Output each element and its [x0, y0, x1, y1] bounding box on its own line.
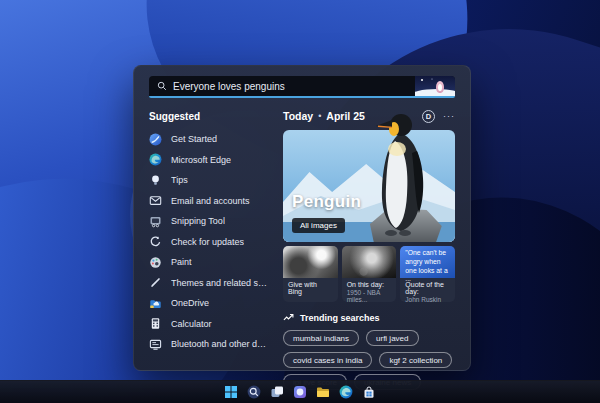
sidebar-item-label: Themes and related settings: [171, 278, 269, 288]
sidebar-item-label: Tips: [171, 175, 188, 185]
widgets-icon: [293, 385, 307, 399]
penguin-decor: [436, 81, 444, 93]
sidebar-item-label: Microsoft Edge: [171, 155, 231, 165]
card-subtitle: 1950 - NBA miles...: [342, 288, 397, 302]
taskbar: [0, 380, 600, 403]
themes-icon: [149, 276, 162, 289]
trending-pill[interactable]: mumbai indians: [283, 330, 359, 346]
sidebar-item-tips[interactable]: Tips: [149, 173, 269, 187]
taskbar-search-button[interactable]: [246, 384, 263, 401]
penguin-illustration: [361, 111, 433, 242]
today-cards: Give with Bing On this day: 1950 - NBA m…: [283, 246, 455, 302]
taskbar-search-icon: [247, 385, 261, 399]
file-explorer-icon: [316, 385, 330, 399]
sidebar-item-get-started[interactable]: Get Started: [149, 132, 269, 146]
trending-pill[interactable]: urfi javed: [366, 330, 418, 346]
paint-icon: [149, 256, 162, 269]
store-button[interactable]: [361, 384, 378, 401]
suggested-title: Suggested: [149, 111, 269, 122]
search-flyout: Suggested Get Started Microso: [133, 65, 471, 371]
sidebar-item-label: Check for updates: [171, 237, 244, 247]
update-icon: [149, 235, 162, 248]
on-this-day-image: [342, 246, 397, 278]
calculator-icon: [149, 317, 162, 330]
sidebar-item-email-accounts[interactable]: Email and accounts: [149, 194, 269, 208]
sidebar-item-check-updates[interactable]: Check for updates: [149, 235, 269, 249]
card-quote-of-the-day[interactable]: "One can't be angry when one looks at a …: [400, 246, 455, 302]
store-icon: [362, 385, 376, 399]
sidebar-item-themes-settings[interactable]: Themes and related settings: [149, 276, 269, 290]
sidebar-item-label: Email and accounts: [171, 196, 250, 206]
card-give-with-bing[interactable]: Give with Bing: [283, 246, 338, 302]
quote-text: "One can't be angry when one looks at a …: [400, 246, 455, 278]
sidebar-item-label: Bluetooth and other devices sett...: [171, 339, 269, 349]
sidebar-item-label: Paint: [171, 257, 192, 267]
card-on-this-day[interactable]: On this day: 1950 - NBA miles...: [342, 246, 397, 302]
onedrive-icon: [149, 297, 162, 310]
trending-section: Trending searches mumbai indians urfi ja…: [283, 312, 455, 390]
hero-title: Penguin: [292, 192, 361, 212]
windows-start-icon: [224, 385, 238, 399]
tips-icon: [149, 174, 162, 187]
trending-icon: [283, 312, 294, 323]
sidebar-item-snipping-tool[interactable]: Snipping Tool: [149, 214, 269, 228]
hero-card-penguin[interactable]: Penguin All images: [283, 130, 455, 242]
give-with-bing-image: [283, 246, 338, 278]
sidebar-item-calculator[interactable]: Calculator: [149, 317, 269, 331]
trending-pill[interactable]: covid cases in india: [283, 352, 372, 368]
sidebar-item-label: Get Started: [171, 134, 217, 144]
today-separator: •: [318, 111, 321, 121]
edge-taskbar-icon: [339, 385, 353, 399]
start-button[interactable]: [223, 384, 240, 401]
file-explorer-button[interactable]: [315, 384, 332, 401]
stars-decor: [421, 79, 423, 81]
sidebar-item-microsoft-edge[interactable]: Microsoft Edge: [149, 153, 269, 167]
search-penguin-illustration: [415, 76, 455, 96]
snipping-tool-icon: [149, 215, 162, 228]
sidebar-item-paint[interactable]: Paint: [149, 255, 269, 269]
search-icon: [157, 81, 167, 91]
sidebar-item-bluetooth-devices[interactable]: Bluetooth and other devices sett...: [149, 337, 269, 351]
edge-button[interactable]: [338, 384, 355, 401]
today-label: Today: [283, 110, 313, 122]
today-section: Today • April 25 D ···: [283, 108, 455, 390]
desktop: Suggested Get Started Microso: [0, 0, 600, 403]
widgets-button[interactable]: [292, 384, 309, 401]
card-subtitle: John Ruskin: [400, 295, 455, 302]
task-view-button[interactable]: [269, 384, 286, 401]
card-title: On this day:: [342, 278, 397, 288]
more-options-icon[interactable]: ···: [443, 112, 455, 121]
task-view-icon: [270, 385, 284, 399]
search-input[interactable]: [173, 81, 455, 92]
card-title: Give with Bing: [283, 278, 338, 295]
search-bar[interactable]: [149, 76, 455, 98]
trending-pill[interactable]: kgf 2 collection: [379, 352, 452, 368]
all-images-button[interactable]: All images: [292, 218, 345, 233]
today-date: April 25: [326, 110, 365, 122]
snow-decor: [415, 89, 455, 96]
sidebar-item-label: Calculator: [171, 319, 212, 329]
edge-icon: [149, 153, 162, 166]
sidebar-item-label: OneDrive: [171, 298, 209, 308]
sidebar-item-onedrive[interactable]: OneDrive: [149, 296, 269, 310]
email-icon: [149, 194, 162, 207]
get-started-icon: [149, 133, 162, 146]
trending-title: Trending searches: [300, 313, 380, 323]
bluetooth-devices-icon: [149, 338, 162, 351]
sidebar-item-label: Snipping Tool: [171, 216, 225, 226]
suggested-section: Suggested Get Started Microso: [149, 108, 269, 390]
card-title: Quote of the day:: [400, 278, 455, 295]
